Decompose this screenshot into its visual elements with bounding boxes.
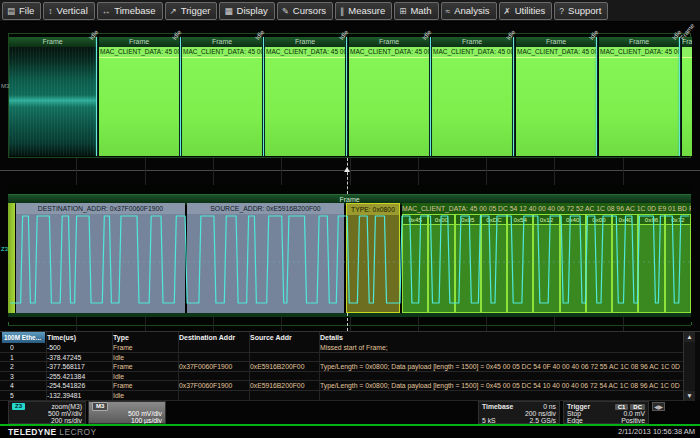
frame-header-label: Frame [182, 37, 262, 47]
byte-cell: 0x12 [533, 214, 559, 313]
menu-item-label: Support [568, 5, 601, 16]
cell-details: Type/Length = 0x0800; Data payload [leng… [320, 362, 680, 371]
frame-mac-data-label: MAC_CLIENT_DATA: 45 00 [349, 47, 429, 58]
menu-item-label: Math [410, 5, 431, 16]
menu-item-trigger[interactable]: ↗Trigger [165, 2, 218, 20]
table-row[interactable]: 3-255.421384Idle [0, 372, 683, 382]
menu-item-label: Trigger [181, 5, 211, 16]
table-row[interactable]: 4-254.541826Frame0x37F0060F19000xE5916B2… [0, 381, 683, 391]
byte-value-label: 0x45 [403, 215, 427, 225]
zoom-position-cursor[interactable] [347, 158, 348, 194]
frame-header-label: Frame [9, 37, 96, 47]
zoom-tick [8, 322, 9, 325]
graticule-division-line [350, 158, 351, 185]
menu-item-support[interactable]: ?Support [554, 2, 608, 20]
graticule-division-line [350, 317, 351, 331]
cell-details: Missed start of Frame; [320, 343, 680, 352]
cell-num: 0 [10, 343, 40, 352]
frame-mac-data-label: MAC_CLIENT_DATA: 45 00 [265, 47, 345, 58]
byte-value-label: 0x40 [561, 215, 585, 225]
field-label-mac-client-data: MAC_CLIENT_DATA: 45 00 05 DC 54 12 40 00… [402, 203, 691, 214]
footer-bar: TELEDYNE LECROY 2/11/2013 10:56:38 AM [0, 426, 700, 438]
byte-cell: 0x40 [612, 214, 638, 313]
menu-item-vertical[interactable]: ↕Vertical [43, 2, 94, 20]
math-trace-descriptor[interactable]: M3 500 mV/div 100 µs/div [88, 401, 166, 424]
display-icon: ▦ [224, 6, 232, 16]
byte-value-label: 0x72 [666, 215, 690, 225]
trigger-descriptor[interactable]: Trigger C1 DC Stop 0.0 mV Edge Positive [563, 401, 649, 424]
decoded-frame: Frame [9, 37, 96, 156]
frame-body [682, 58, 692, 156]
menu-item-utilities[interactable]: ✗Utilities [499, 2, 553, 20]
frame-header-label: Frame [516, 37, 596, 47]
field-mac-client-data: MAC_CLIENT_DATA: 45 00 05 DC 54 12 40 00… [402, 203, 691, 313]
graticule-division-line [145, 158, 146, 185]
graticule-division-line [213, 158, 214, 185]
timebase-samples: 5 kS [482, 417, 496, 424]
menu-item-math[interactable]: ⊞Math [394, 2, 438, 20]
frame-body [99, 58, 179, 156]
frame-boundary-line [180, 37, 181, 156]
zoom-tick [691, 322, 692, 325]
graticule-division-line [76, 317, 77, 331]
menu-item-measure[interactable]: ∥Measure [335, 2, 392, 20]
byte-value-label: 0xDC [482, 215, 506, 225]
table-title-tab[interactable]: 100M Ethe... [2, 332, 45, 343]
field-label-destination-addr: DESTINATION_ADDR: 0x37F0060F1900 [16, 203, 185, 214]
cell-type: Idle [113, 391, 173, 400]
cell-dest: 0x37F0060F1900 [179, 362, 245, 371]
graticule-division-line [418, 158, 419, 185]
graticule-division-line [554, 317, 555, 331]
menu-item-display[interactable]: ▦Display [219, 2, 274, 20]
byte-value-label: 0x00 [429, 215, 453, 225]
cell-num: 5 [10, 391, 40, 400]
table-scrollbar[interactable]: ▲ ▼ [683, 332, 695, 401]
decoded-frame: Frame [682, 37, 692, 156]
cell-type: Frame [113, 362, 173, 371]
table-row[interactable]: 1-378.47245Idle [0, 353, 683, 363]
trace-label-m3: M3 [1, 83, 9, 89]
scroll-down-icon[interactable]: ▼ [684, 391, 695, 401]
descriptor-nav-icon[interactable]: ◀▶ [652, 402, 665, 411]
byte-value-label: 0x05 [456, 215, 480, 225]
frame-boundary-line [596, 37, 597, 156]
trigger-label: Trigger [567, 403, 590, 410]
frame-mac-data-label: MAC_CLIENT_DATA: 45 00 [599, 47, 679, 58]
table-row[interactable]: 2-377.568117Frame0x37F0060F19000xE5916B2… [0, 362, 683, 372]
frame-body [516, 58, 596, 156]
cursors-icon: ✎ [282, 6, 289, 16]
m3-vdiv: 500 mV/div [128, 410, 162, 417]
top-waveform-panel: FrameFrameMAC_CLIENT_DATA: 45 00FrameMAC… [8, 33, 691, 158]
menu-item-analysis[interactable]: ≈Analysis [441, 2, 497, 20]
frame-mac-data-label: MAC_CLIENT_DATA: 45 00 [99, 47, 179, 58]
math-icon: ⊞ [399, 6, 406, 16]
timebase-descriptor[interactable]: Timebase 0 ns 200 ns/div 5 kS 2.5 GS/s [478, 401, 560, 424]
table-row[interactable]: 0-500FrameMissed start of Frame; [0, 343, 683, 353]
cell-type: Idle [113, 372, 173, 381]
frame-body [182, 58, 262, 156]
menu-item-file[interactable]: ▤File [2, 2, 41, 20]
byte-cell: 0x40 [560, 214, 586, 313]
field-type: TYPE: 0x0800 [346, 203, 400, 313]
zoom-position-cursor-lower[interactable] [347, 313, 348, 331]
decoded-frame: FrameMAC_CLIENT_DATA: 45 00 [349, 37, 429, 156]
column-header-details: Details [320, 332, 343, 343]
trigger-icon: ↗ [170, 6, 177, 16]
graticule-division-line [623, 158, 624, 185]
table-row[interactable]: 5-132.39481Idle [0, 391, 683, 401]
scroll-up-icon[interactable]: ▲ [684, 332, 695, 342]
byte-cell: 0xDC [481, 214, 507, 313]
menu-item-timebase[interactable]: ↔Timebase [97, 2, 163, 20]
graticule-division-line [418, 317, 419, 331]
trigger-type: Edge [567, 417, 583, 424]
frame-header-label: Frame [265, 37, 345, 47]
menu-item-label: Measure [348, 5, 385, 16]
oscilloscope-screen: ▤File↕Vertical↔Timebase↗Trigger▦Display✎… [0, 0, 700, 438]
menu-item-label: Vertical [57, 5, 88, 16]
column-header-time-us-: Time(us) [47, 332, 76, 343]
frame-mac-data-label: MAC_CLIENT_DATA: 45 00 [516, 47, 596, 58]
menu-item-cursors[interactable]: ✎Cursors [277, 2, 333, 20]
decoded-frame: FrameMAC_CLIENT_DATA: 45 00 [99, 37, 179, 156]
zoom-trace-descriptor[interactable]: Z3 zoom(M3) 500 mV/div 200 ns/div [8, 401, 86, 424]
frame-start-strip [8, 203, 15, 313]
